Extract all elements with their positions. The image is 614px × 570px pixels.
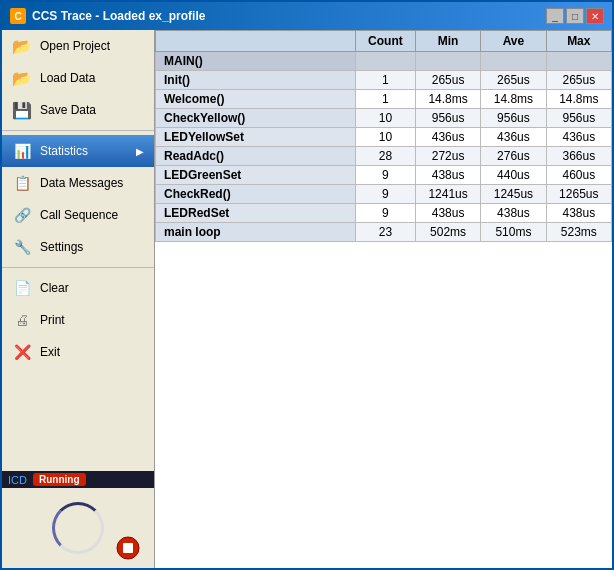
sidebar-item-save-data[interactable]: 💾 Save Data <box>2 94 154 126</box>
table-row-min: 438us <box>415 204 480 223</box>
table-row-count: 28 <box>356 147 416 166</box>
table-row-max <box>546 52 611 71</box>
sidebar-item-exit[interactable]: ❌ Exit <box>2 336 154 368</box>
main-content: Count Min Ave Max MAIN()Init()1265us265u… <box>155 30 612 568</box>
sidebar-label-open-project: Open Project <box>40 39 110 53</box>
clear-icon: 📄 <box>12 278 32 298</box>
col-header-ave: Ave <box>481 31 546 52</box>
sidebar: 📂 Open Project 📂 Load Data 💾 Save Data 📊… <box>2 30 155 568</box>
sidebar-item-print[interactable]: 🖨 Print <box>2 304 154 336</box>
table-row-ave: 276us <box>481 147 546 166</box>
stop-button[interactable] <box>116 536 140 560</box>
maximize-button[interactable]: □ <box>566 8 584 24</box>
table-row-name: ReadAdc() <box>156 147 356 166</box>
table-row-max: 265us <box>546 71 611 90</box>
table-row: MAIN() <box>156 52 612 71</box>
table-row-max: 523ms <box>546 223 611 242</box>
table-row-name: MAIN() <box>156 52 356 71</box>
table-row: ReadAdc()28272us276us366us <box>156 147 612 166</box>
table-row-min: 502ms <box>415 223 480 242</box>
col-header-max: Max <box>546 31 611 52</box>
sidebar-divider-1 <box>2 130 154 131</box>
table-row: LEDGreenSet9438us440us460us <box>156 166 612 185</box>
svg-rect-1 <box>123 543 133 553</box>
table-row-count: 23 <box>356 223 416 242</box>
exit-icon: ❌ <box>12 342 32 362</box>
sidebar-label-statistics: Statistics <box>40 144 88 158</box>
statistics-icon: 📊 <box>12 141 32 161</box>
table-row-count: 9 <box>356 166 416 185</box>
sidebar-item-open-project[interactable]: 📂 Open Project <box>2 30 154 62</box>
sidebar-item-call-sequence[interactable]: 🔗 Call Sequence <box>2 199 154 231</box>
sidebar-label-exit: Exit <box>40 345 60 359</box>
table-row-ave: 438us <box>481 204 546 223</box>
sidebar-label-clear: Clear <box>40 281 69 295</box>
spinner-area <box>2 488 154 568</box>
table-row-min: 265us <box>415 71 480 90</box>
table-row-name: LEDGreenSet <box>156 166 356 185</box>
sidebar-item-load-data[interactable]: 📂 Load Data <box>2 62 154 94</box>
table-row-max: 460us <box>546 166 611 185</box>
title-bar-left: C CCS Trace - Loaded ex_profile <box>10 8 205 24</box>
sidebar-label-settings: Settings <box>40 240 83 254</box>
col-header-name <box>156 31 356 52</box>
settings-icon: 🔧 <box>12 237 32 257</box>
table-row-max: 956us <box>546 109 611 128</box>
sidebar-label-print: Print <box>40 313 65 327</box>
table-row-min: 1241us <box>415 185 480 204</box>
table-row-ave <box>481 52 546 71</box>
sidebar-item-settings[interactable]: 🔧 Settings <box>2 231 154 263</box>
window-title: CCS Trace - Loaded ex_profile <box>32 9 205 23</box>
table-row-min: 436us <box>415 128 480 147</box>
table-row-count: 10 <box>356 109 416 128</box>
table-row-ave: 436us <box>481 128 546 147</box>
table-row-max: 14.8ms <box>546 90 611 109</box>
loading-spinner <box>52 502 104 554</box>
table-row-name: Welcome() <box>156 90 356 109</box>
sidebar-divider-2 <box>2 267 154 268</box>
table-row-count <box>356 52 416 71</box>
app-icon: C <box>10 8 26 24</box>
table-row-name: main loop <box>156 223 356 242</box>
open-folder-icon: 📂 <box>12 36 32 56</box>
table-row-name: LEDYellowSet <box>156 128 356 147</box>
table-row: CheckYellow()10956us956us956us <box>156 109 612 128</box>
title-bar: C CCS Trace - Loaded ex_profile _ □ ✕ <box>2 2 612 30</box>
icd-status-bar: ICD Running <box>2 471 154 488</box>
table-row-min <box>415 52 480 71</box>
table-row: LEDRedSet9438us438us438us <box>156 204 612 223</box>
table-row-count: 9 <box>356 185 416 204</box>
icd-label: ICD <box>8 474 27 486</box>
table-row-count: 1 <box>356 90 416 109</box>
col-header-count: Count <box>356 31 416 52</box>
minimize-button[interactable]: _ <box>546 8 564 24</box>
table-row-count: 1 <box>356 71 416 90</box>
load-folder-icon: 📂 <box>12 68 32 88</box>
table-row-ave: 510ms <box>481 223 546 242</box>
sidebar-item-statistics[interactable]: 📊 Statistics ▶ <box>2 135 154 167</box>
table-row: CheckRed()91241us1245us1265us <box>156 185 612 204</box>
save-icon: 💾 <box>12 100 32 120</box>
table-row-max: 436us <box>546 128 611 147</box>
table-row-name: CheckYellow() <box>156 109 356 128</box>
table-row-ave: 956us <box>481 109 546 128</box>
title-controls: _ □ ✕ <box>546 8 604 24</box>
sidebar-label-save-data: Save Data <box>40 103 96 117</box>
running-badge: Running <box>33 473 86 486</box>
table-row: Welcome()114.8ms14.8ms14.8ms <box>156 90 612 109</box>
table-row-max: 1265us <box>546 185 611 204</box>
table-row: LEDYellowSet10436us436us436us <box>156 128 612 147</box>
sidebar-label-load-data: Load Data <box>40 71 95 85</box>
statistics-arrow-icon: ▶ <box>136 146 144 157</box>
print-icon: 🖨 <box>12 310 32 330</box>
table-row: Init()1265us265us265us <box>156 71 612 90</box>
table-row-min: 956us <box>415 109 480 128</box>
sidebar-item-data-messages[interactable]: 📋 Data Messages <box>2 167 154 199</box>
call-sequence-icon: 🔗 <box>12 205 32 225</box>
sidebar-item-clear[interactable]: 📄 Clear <box>2 272 154 304</box>
statistics-table: Count Min Ave Max MAIN()Init()1265us265u… <box>155 30 612 242</box>
close-button[interactable]: ✕ <box>586 8 604 24</box>
table-row-max: 438us <box>546 204 611 223</box>
sidebar-label-data-messages: Data Messages <box>40 176 123 190</box>
table-row-name: CheckRed() <box>156 185 356 204</box>
